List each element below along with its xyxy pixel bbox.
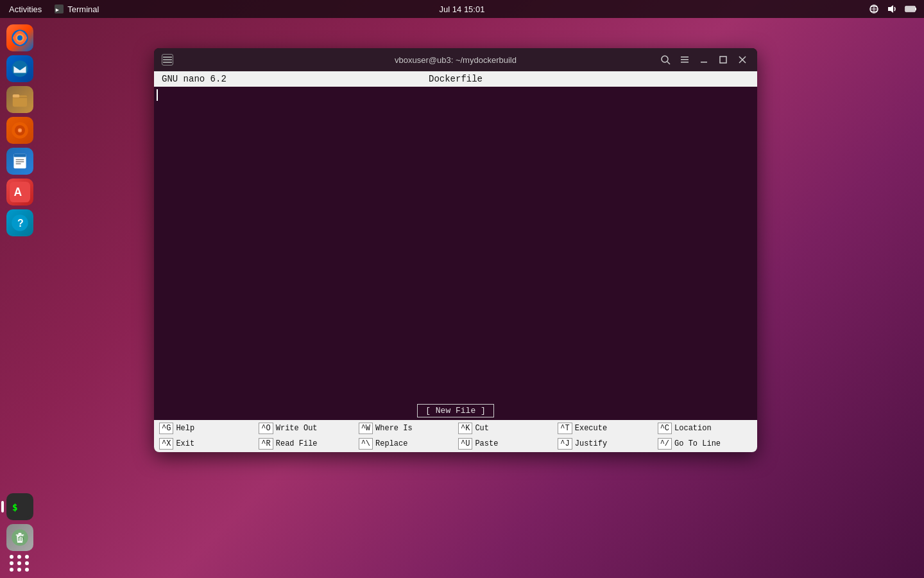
minimize-icon bbox=[699, 55, 709, 65]
shortcut-label: Help bbox=[176, 424, 194, 433]
terminal-topbar-icon: ▶ bbox=[55, 4, 64, 13]
svg-rect-38 bbox=[681, 57, 689, 58]
nano-editor[interactable]: GNU nano 6.2 Dockerfile [ New File ] ^GH… bbox=[154, 71, 757, 452]
battery-icon[interactable] bbox=[905, 4, 918, 14]
shortcut-pair: ^WWhere Is bbox=[356, 421, 456, 435]
topbar: Activities ▶ Terminal Jul 14 15:01 bbox=[0, 0, 924, 18]
hamburger-icon bbox=[163, 55, 172, 64]
shortcut-pair: ^TExecute bbox=[555, 421, 654, 435]
shortcut-pair: ^UPaste bbox=[456, 437, 555, 451]
sidebar-item-firefox[interactable] bbox=[6, 24, 33, 51]
trash-icon bbox=[10, 527, 30, 548]
svg-rect-20 bbox=[13, 154, 26, 157]
nano-cursor bbox=[157, 89, 158, 101]
nano-new-file-banner: [ New File ] bbox=[154, 401, 757, 420]
shortcut-pair: ^XExit bbox=[157, 437, 256, 451]
shortcut-pair: ^KCut bbox=[456, 421, 555, 435]
sidebar-item-appstore[interactable]: A bbox=[6, 179, 33, 206]
terminal-title: vboxuser@ub3: ~/mydockerbuild bbox=[395, 55, 517, 65]
sidebar-item-terminal[interactable]: $ bbox=[6, 493, 33, 520]
svg-rect-23 bbox=[16, 163, 21, 164]
appstore-icon: A bbox=[10, 182, 30, 202]
shortcut-column: ^CLocation^/Go To Line bbox=[655, 421, 755, 451]
grid-dot bbox=[25, 555, 29, 559]
shortcut-key: ^W bbox=[359, 423, 373, 434]
topbar-left: Activities ▶ Terminal bbox=[6, 4, 99, 14]
svg-rect-31 bbox=[16, 534, 24, 536]
svg-rect-39 bbox=[681, 59, 689, 60]
terminal-menu-button[interactable] bbox=[678, 53, 692, 67]
grid-dot bbox=[17, 555, 21, 559]
shortcut-key: ^G bbox=[159, 423, 173, 434]
titlebar-left bbox=[162, 54, 173, 66]
terminal-window-controls bbox=[658, 53, 749, 67]
shortcut-label: Go To Line bbox=[674, 439, 721, 448]
sidebar-item-thunderbird[interactable] bbox=[6, 55, 33, 82]
shortcut-column: ^OWrite Out^RRead File bbox=[256, 421, 355, 451]
svg-text:?: ? bbox=[17, 218, 24, 229]
grid-dot bbox=[10, 568, 13, 572]
topbar-system-icons bbox=[869, 4, 918, 14]
sidebar-item-trash[interactable] bbox=[6, 524, 33, 551]
shortcut-key: ^X bbox=[159, 438, 173, 450]
close-icon bbox=[737, 55, 748, 65]
shortcut-label: Location bbox=[674, 424, 712, 433]
svg-point-36 bbox=[662, 56, 668, 62]
activities-button[interactable]: Activities bbox=[6, 4, 44, 14]
svg-rect-22 bbox=[16, 161, 24, 162]
shortcut-key: ^R bbox=[259, 438, 273, 450]
shortcut-column: ^TExecute^JJustify bbox=[555, 421, 654, 451]
terminal-maximize-button[interactable] bbox=[716, 53, 730, 67]
shortcut-label: Justify bbox=[575, 439, 607, 448]
topbar-clock: Jul 14 15:01 bbox=[440, 4, 485, 14]
svg-rect-34 bbox=[163, 59, 172, 60]
app-grid-button[interactable] bbox=[10, 555, 30, 572]
sidebar-item-rhythmbox[interactable] bbox=[6, 117, 33, 144]
sidebar-dock: A ? $ bbox=[0, 18, 40, 578]
shortcut-pair: ^OWrite Out bbox=[256, 421, 355, 435]
menu-icon bbox=[680, 55, 690, 65]
svg-text:▶: ▶ bbox=[56, 6, 60, 13]
sidebar-item-help[interactable]: ? bbox=[6, 209, 33, 236]
nano-header: GNU nano 6.2 Dockerfile bbox=[154, 71, 757, 87]
svg-rect-7 bbox=[915, 8, 916, 10]
svg-rect-42 bbox=[720, 57, 726, 63]
shortcut-key: ^/ bbox=[658, 438, 672, 450]
network-icon[interactable] bbox=[869, 4, 879, 14]
shortcut-pair: ^/Go To Line bbox=[655, 437, 755, 451]
topbar-terminal-label: Terminal bbox=[67, 4, 99, 14]
nano-content-area[interactable] bbox=[154, 87, 757, 401]
svg-marker-5 bbox=[888, 5, 893, 13]
shortcut-key: ^\ bbox=[359, 438, 373, 450]
svg-rect-40 bbox=[681, 62, 689, 63]
svg-rect-33 bbox=[163, 57, 172, 58]
firefox-icon bbox=[10, 28, 30, 48]
volume-icon[interactable] bbox=[887, 4, 897, 14]
shortcut-key: ^K bbox=[458, 423, 472, 434]
maximize-icon bbox=[718, 55, 728, 65]
svg-point-11 bbox=[17, 35, 22, 40]
shortcut-key: ^O bbox=[259, 423, 273, 434]
grid-dot bbox=[17, 561, 21, 565]
shortcut-label: Execute bbox=[575, 424, 607, 433]
grid-dot bbox=[25, 561, 29, 565]
shortcut-label: Where Is bbox=[375, 424, 413, 433]
grid-dot bbox=[10, 561, 13, 565]
nano-filename: Dockerfile bbox=[309, 74, 603, 84]
sidebar-item-writer[interactable] bbox=[6, 148, 33, 175]
svg-rect-41 bbox=[701, 62, 707, 63]
shortcut-key: ^J bbox=[558, 438, 572, 450]
svg-rect-21 bbox=[16, 159, 24, 161]
svg-line-37 bbox=[667, 62, 670, 64]
svg-rect-14 bbox=[13, 94, 19, 98]
nano-cursor-line bbox=[157, 89, 755, 101]
sidebar-item-files[interactable] bbox=[6, 86, 33, 113]
terminal-menu-icon[interactable] bbox=[162, 54, 173, 66]
writer-icon bbox=[10, 151, 30, 171]
topbar-terminal-item[interactable]: ▶ Terminal bbox=[55, 4, 99, 14]
terminal-minimize-button[interactable] bbox=[697, 53, 711, 67]
terminal-close-button[interactable] bbox=[735, 53, 749, 67]
shortcut-key: ^C bbox=[658, 423, 672, 434]
shortcut-column: ^KCut^UPaste bbox=[456, 421, 555, 451]
terminal-search-button[interactable] bbox=[658, 53, 672, 67]
